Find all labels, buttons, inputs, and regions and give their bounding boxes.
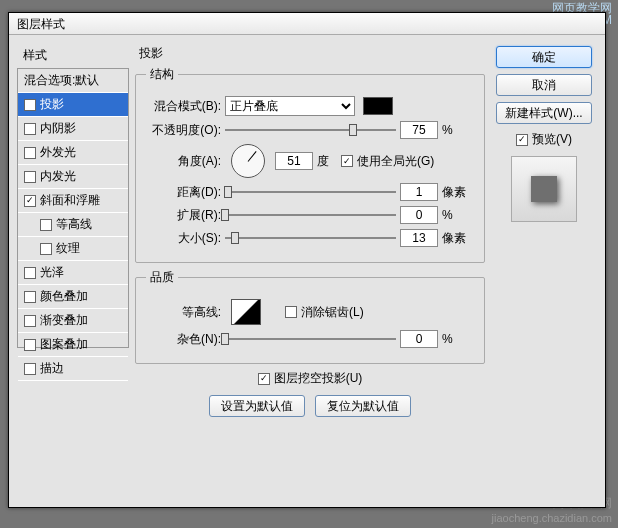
style-checkbox[interactable]: ✓ [24,99,36,111]
styles-list: 混合选项:默认✓投影内阴影外发光内发光✓斜面和浮雕等高线纹理光泽颜色叠加渐变叠加… [17,68,129,348]
style-item-label: 投影 [40,96,64,113]
style-item[interactable]: 外发光 [18,141,128,165]
angle-label: 角度(A): [146,153,221,170]
style-item-label: 描边 [40,360,64,377]
style-item-label: 渐变叠加 [40,312,88,329]
preview-label: 预览(V) [532,131,572,148]
style-item-label: 纹理 [56,240,80,257]
style-item[interactable]: 混合选项:默认 [18,69,128,93]
style-item[interactable]: 内阴影 [18,117,128,141]
blend-mode-select[interactable]: 正片叠底 [225,96,355,116]
style-item-label: 内发光 [40,168,76,185]
size-input[interactable] [400,229,438,247]
style-item-label: 光泽 [40,264,64,281]
structure-legend: 结构 [146,66,178,83]
noise-unit: % [442,332,474,346]
opacity-label: 不透明度(O): [146,122,221,139]
noise-slider[interactable] [225,331,396,347]
preview-thumbnail [511,156,577,222]
style-item-label: 斜面和浮雕 [40,192,100,209]
style-item[interactable]: 光泽 [18,261,128,285]
style-item-label: 混合选项:默认 [24,72,99,89]
ok-button[interactable]: 确定 [496,46,592,68]
blend-mode-label: 混合模式(B): [146,98,221,115]
antialias-checkbox[interactable] [285,306,297,318]
knockout-checkbox[interactable]: ✓ [258,373,270,385]
styles-header: 样式 [17,43,129,68]
style-item[interactable]: 内发光 [18,165,128,189]
style-checkbox[interactable] [24,291,36,303]
style-item[interactable]: ✓投影 [18,93,128,117]
style-checkbox[interactable]: ✓ [24,195,36,207]
noise-input[interactable] [400,330,438,348]
antialias-label: 消除锯齿(L) [301,304,364,321]
style-checkbox[interactable] [24,363,36,375]
panel-title: 投影 [135,43,485,64]
distance-label: 距离(D): [146,184,221,201]
style-checkbox[interactable] [24,147,36,159]
style-item-label: 内阴影 [40,120,76,137]
size-label: 大小(S): [146,230,221,247]
style-item[interactable]: 描边 [18,357,128,381]
distance-unit: 像素 [442,184,474,201]
style-checkbox[interactable] [24,339,36,351]
style-checkbox[interactable] [40,243,52,255]
global-light-label: 使用全局光(G) [357,153,434,170]
style-item[interactable]: 等高线 [18,213,128,237]
noise-label: 杂色(N): [146,331,221,348]
style-item-label: 等高线 [56,216,92,233]
spread-label: 扩展(R): [146,207,221,224]
style-checkbox[interactable] [24,171,36,183]
quality-legend: 品质 [146,269,178,286]
size-slider[interactable] [225,230,396,246]
make-default-button[interactable]: 设置为默认值 [209,395,305,417]
size-unit: 像素 [442,230,474,247]
opacity-unit: % [442,123,474,137]
style-item[interactable]: 渐变叠加 [18,309,128,333]
contour-picker[interactable] [231,299,261,325]
preview-checkbox[interactable]: ✓ [516,134,528,146]
global-light-checkbox[interactable]: ✓ [341,155,353,167]
spread-slider[interactable] [225,207,396,223]
style-checkbox[interactable] [24,267,36,279]
window-title: 图层样式 [9,13,605,35]
style-checkbox[interactable] [40,219,52,231]
new-style-button[interactable]: 新建样式(W)... [496,102,592,124]
style-item[interactable]: ✓斜面和浮雕 [18,189,128,213]
style-checkbox[interactable] [24,123,36,135]
layer-style-dialog: 图层样式 样式 混合选项:默认✓投影内阴影外发光内发光✓斜面和浮雕等高线纹理光泽… [8,12,606,508]
angle-dial[interactable] [231,144,265,178]
angle-unit: 度 [317,153,329,170]
style-item[interactable]: 纹理 [18,237,128,261]
reset-default-button[interactable]: 复位为默认值 [315,395,411,417]
knockout-label: 图层挖空投影(U) [274,370,363,387]
style-item[interactable]: 图案叠加 [18,333,128,357]
opacity-slider[interactable] [225,122,396,138]
distance-input[interactable] [400,183,438,201]
distance-slider[interactable] [225,184,396,200]
style-item[interactable]: 颜色叠加 [18,285,128,309]
spread-input[interactable] [400,206,438,224]
contour-label: 等高线: [146,304,221,321]
spread-unit: % [442,208,474,222]
watermark-bottom2: jiaocheng.chazidian.com [492,512,612,524]
style-item-label: 图案叠加 [40,336,88,353]
opacity-input[interactable] [400,121,438,139]
angle-input[interactable] [275,152,313,170]
style-item-label: 颜色叠加 [40,288,88,305]
style-item-label: 外发光 [40,144,76,161]
quality-group: 品质 等高线: 消除锯齿(L) 杂色(N): % [135,269,485,364]
shadow-color-swatch[interactable] [363,97,393,115]
structure-group: 结构 混合模式(B): 正片叠底 不透明度(O): % 角度(A): 度 [135,66,485,263]
cancel-button[interactable]: 取消 [496,74,592,96]
style-checkbox[interactable] [24,315,36,327]
